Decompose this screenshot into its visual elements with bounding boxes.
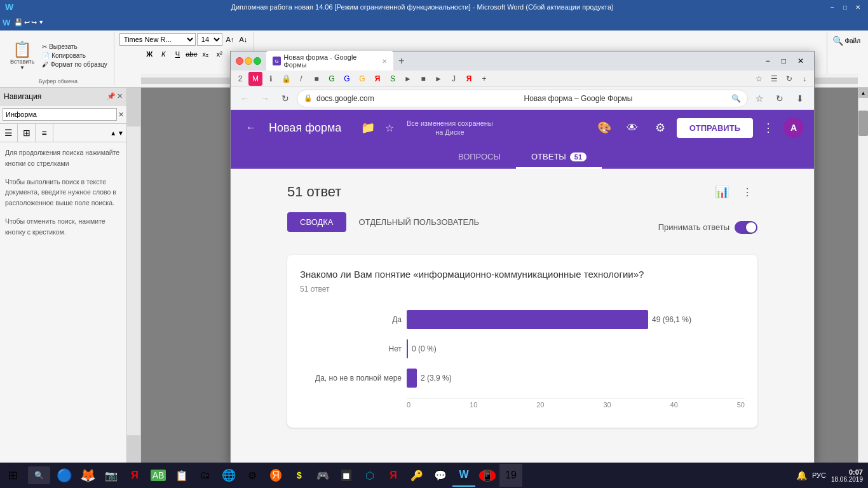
taskbar-app-phone[interactable]: 📱	[476, 464, 499, 487]
nav-tab-results[interactable]: ≡	[36, 124, 53, 142]
yb-ext-btn-ya2[interactable]: Я	[462, 72, 476, 86]
find-btn[interactable]: 🔍 Файл	[830, 34, 863, 47]
yb-ext-btn-i[interactable]: ℹ	[264, 72, 278, 86]
underline-btn[interactable]: Ч	[171, 48, 184, 60]
address-search-icon[interactable]: 🔍	[731, 94, 741, 103]
taskbar-app-wa[interactable]: 💬	[429, 464, 452, 487]
superscript-btn[interactable]: x²	[213, 48, 226, 60]
yb-ext-btn-play[interactable]: ►	[401, 72, 415, 86]
yb-ext-btn-sq[interactable]: ■	[309, 72, 323, 86]
answers-more-btn[interactable]: ⋮	[737, 182, 757, 202]
browser-refresh-btn[interactable]: ↻	[276, 90, 294, 107]
nav-pane-close-btn[interactable]: ✕	[117, 92, 123, 100]
strikethrough-btn[interactable]: abe	[185, 48, 198, 60]
taskbar-app-ya2[interactable]: $	[288, 464, 311, 487]
taskbar-app-ya[interactable]: Я	[123, 464, 146, 487]
yb-ext-btn-j[interactable]: J	[447, 72, 461, 86]
taskbar-app-mc[interactable]: ◼	[335, 464, 358, 487]
cut-btn[interactable]: ✂Вырезать	[39, 43, 110, 51]
more-menu-btn[interactable]: ⋮	[758, 118, 778, 138]
scroll-track[interactable]	[858, 98, 868, 464]
browser-back-btn[interactable]: ←	[236, 90, 254, 107]
yb-sync-btn[interactable]: ↻	[782, 72, 796, 86]
browser-tab-active[interactable]: G Новая форма - Google Формы ✕	[266, 51, 393, 71]
yb-ext-btn-plus[interactable]: +	[477, 72, 491, 86]
preview-btn[interactable]: 👁	[621, 116, 644, 139]
yb-ext-btn-fwd[interactable]: ►	[431, 72, 445, 86]
bold-btn[interactable]: Ж	[143, 48, 156, 60]
taskbar-app-misc4[interactable]: 🔑	[405, 464, 428, 487]
nav-search-clear-btn[interactable]: ✕	[118, 111, 124, 119]
star-icon[interactable]: ☆	[385, 122, 394, 134]
taskbar-app-misc2[interactable]: 🗂	[194, 464, 217, 487]
taskbar-app-game[interactable]: 🎮	[311, 464, 334, 487]
taskbar-app-arduino[interactable]: ⬡	[358, 464, 381, 487]
nav-pane-pin-btn[interactable]: 📌	[107, 92, 116, 100]
taskbar-app-ya3[interactable]: Я	[382, 464, 405, 487]
folder-icon[interactable]: 📁	[361, 121, 375, 135]
taskbar-app-yabr-active[interactable]: 19	[499, 464, 522, 487]
yb-ext-btn-g2[interactable]: G	[340, 72, 354, 86]
taskbar-app-ie[interactable]: 🔵	[53, 464, 76, 487]
browser-sync-btn[interactable]: ↻	[771, 90, 789, 107]
quick-save-btn[interactable]: 💾	[14, 18, 23, 27]
forms-back-btn[interactable]: ←	[241, 118, 261, 138]
browser-max-btn[interactable]	[254, 57, 261, 65]
tab-questions[interactable]: ВОПРОСЫ	[443, 146, 516, 168]
taskbar-app-abby[interactable]: AB	[147, 464, 170, 487]
tab-individual[interactable]: ОТДЕЛЬНЫЙ ПОЛЬЗОВАТЕЛЬ	[346, 212, 492, 232]
paste-dropdown[interactable]: ▼	[20, 65, 25, 71]
yb-ext-btn-lock[interactable]: 🔒	[279, 72, 293, 86]
yb-download-btn[interactable]: ↓	[797, 72, 811, 86]
taskbar-app-cam[interactable]: 📷	[100, 464, 123, 487]
browser-min-btn[interactable]	[245, 57, 252, 65]
v-scrollbar[interactable]: ▲ ▼	[858, 88, 868, 474]
taskbar-app-yabr[interactable]: Я	[264, 464, 287, 487]
nav-tab-headings[interactable]: ☰	[0, 124, 18, 142]
taskbar-search[interactable]: 🔍	[28, 466, 50, 484]
tab-answers[interactable]: ОТВЕТЫ 51	[516, 146, 602, 168]
yb-ext-btn-edit[interactable]: /	[294, 72, 308, 86]
yb-ext-btn-2[interactable]: 2	[233, 72, 247, 86]
quick-redo-btn[interactable]: ↪	[31, 18, 37, 27]
taskbar-app-word[interactable]: W	[452, 464, 475, 487]
tab-summary[interactable]: СВОДКА	[287, 212, 346, 232]
browser-address-bar[interactable]: 🔒 docs.google.com Новая форма – Google Ф…	[297, 90, 748, 107]
font-increase-btn[interactable]: A↑	[224, 33, 236, 46]
new-tab-btn[interactable]: +	[398, 55, 404, 67]
italic-btn[interactable]: К	[157, 48, 170, 60]
settings-btn[interactable]: ⚙	[649, 116, 672, 139]
tab-close-btn[interactable]: ✕	[382, 58, 387, 65]
yb-ext-btn-m[interactable]: M	[248, 72, 262, 86]
word-minimize-btn[interactable]: −	[827, 2, 837, 12]
taskbar-app-edge[interactable]: 🌐	[217, 464, 240, 487]
browser-dl-btn[interactable]: ⬇	[791, 90, 809, 107]
browser-close-btn[interactable]	[236, 57, 243, 65]
yb-menu-btn[interactable]: ☰	[767, 72, 781, 86]
send-btn[interactable]: ОТПРАВИТЬ	[677, 118, 753, 138]
toggle-accept-answers[interactable]	[735, 221, 757, 234]
browser-restore-btn[interactable]: □	[776, 57, 791, 65]
bookmark-page-btn[interactable]: ☆	[750, 90, 768, 107]
subscript-btn[interactable]: x₂	[199, 48, 212, 60]
yb-ext-btn-s[interactable]: S	[386, 72, 400, 86]
yb-ext-btn-ya[interactable]: Я	[370, 72, 384, 86]
palette-btn[interactable]: 🎨	[593, 116, 616, 139]
scroll-thumb[interactable]	[858, 111, 868, 136]
browser-close-btn2[interactable]: ✕	[792, 57, 809, 65]
yb-ext-btn-g3[interactable]: G	[355, 72, 369, 86]
taskbar-app-misc1[interactable]: 📋	[170, 464, 193, 487]
nav-next-btn[interactable]: ▼	[118, 130, 124, 137]
yb-bookmark-btn[interactable]: ☆	[752, 72, 766, 86]
start-btn[interactable]: ⊞	[0, 463, 25, 488]
nav-tab-pages[interactable]: ⊞	[18, 124, 36, 142]
word-close-btn[interactable]: ✕	[853, 2, 863, 12]
quick-undo-btn[interactable]: ↩	[24, 18, 30, 27]
paste-btn[interactable]: 📋 Вставить ▼	[6, 39, 38, 72]
browser-forward-btn[interactable]: →	[256, 90, 274, 107]
browser-minimize-btn[interactable]: −	[761, 57, 775, 65]
word-maximize-btn[interactable]: □	[840, 2, 850, 12]
taskbar-app-misc3[interactable]: ⚙	[241, 464, 264, 487]
font-decrease-btn[interactable]: A↓	[237, 33, 250, 46]
nav-prev-btn[interactable]: ▲	[110, 130, 116, 137]
